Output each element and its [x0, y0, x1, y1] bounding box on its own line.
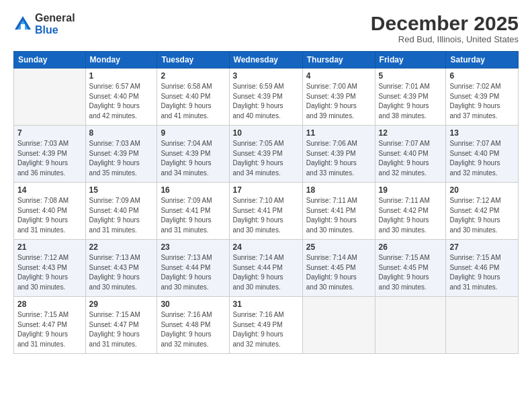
calendar-cell: 26Sunrise: 7:15 AMSunset: 4:45 PMDayligh…	[375, 240, 446, 297]
day-info-line: Sunset: 4:39 PM	[233, 150, 283, 157]
weekday-header-thursday: Thursday	[302, 52, 375, 68]
day-info-line: Sunrise: 7:13 AM	[89, 254, 140, 261]
day-number: 27	[449, 242, 515, 252]
week-row-1: 1Sunrise: 6:57 AMSunset: 4:40 PMDaylight…	[14, 68, 519, 126]
day-info-line: Sunset: 4:41 PM	[306, 207, 356, 214]
day-info-line: Sunrise: 7:12 AM	[17, 254, 69, 261]
day-info-line: Daylight: 9 hours	[306, 102, 357, 109]
day-info-line: Daylight: 9 hours	[161, 273, 211, 281]
day-info-line: and 30 minutes.	[449, 226, 497, 234]
day-info-line: and 42 minutes.	[89, 112, 137, 120]
day-number: 25	[306, 242, 371, 252]
day-info: Sunrise: 7:07 AMSunset: 4:40 PMDaylight:…	[449, 139, 515, 178]
day-info-line: Sunrise: 7:01 AM	[379, 83, 430, 90]
day-info-line: Daylight: 9 hours	[379, 102, 429, 109]
day-number: 4	[306, 71, 371, 81]
header: General Blue December 2025 Red Bud, Illi…	[13, 12, 519, 44]
day-info-line: Daylight: 9 hours	[89, 330, 140, 338]
day-info-line: Daylight: 9 hours	[161, 330, 211, 338]
day-info-line: and 32 minutes.	[161, 340, 208, 348]
day-info-line: Sunrise: 7:11 AM	[379, 197, 430, 204]
day-number: 23	[161, 242, 225, 252]
day-info-line: Daylight: 9 hours	[89, 159, 140, 167]
day-info-line: Sunset: 4:39 PM	[379, 93, 429, 100]
day-info-line: Sunrise: 7:05 AM	[233, 140, 284, 147]
day-number: 28	[17, 300, 82, 309]
day-info-line: and 32 minutes.	[379, 169, 427, 177]
day-info-line: and 30 minutes.	[306, 226, 354, 234]
day-info-line: Daylight: 9 hours	[449, 159, 500, 167]
calendar-cell: 30Sunrise: 7:16 AMSunset: 4:48 PMDayligh…	[157, 297, 229, 354]
calendar-cell: 9Sunrise: 7:04 AMSunset: 4:39 PMDaylight…	[157, 126, 229, 183]
day-info-line: Daylight: 9 hours	[161, 102, 211, 109]
day-info-line: Sunrise: 7:15 AM	[379, 254, 430, 261]
day-info: Sunrise: 7:15 AMSunset: 4:46 PMDaylight:…	[449, 253, 515, 292]
day-info-line: and 33 minutes.	[306, 169, 354, 177]
day-info-line: and 30 minutes.	[379, 283, 427, 291]
day-info-line: Daylight: 9 hours	[306, 216, 357, 224]
day-info: Sunrise: 7:16 AMSunset: 4:48 PMDaylight:…	[161, 310, 225, 349]
day-info-line: and 34 minutes.	[233, 169, 281, 177]
day-number: 30	[161, 300, 225, 309]
day-info-line: Daylight: 9 hours	[17, 273, 68, 281]
day-info-line: Sunrise: 7:13 AM	[161, 254, 212, 261]
day-info-line: and 32 minutes.	[449, 169, 497, 177]
day-info-line: Sunset: 4:39 PM	[306, 93, 356, 100]
day-info-line: Daylight: 9 hours	[161, 216, 211, 224]
day-info-line: Sunset: 4:47 PM	[89, 321, 139, 328]
day-info-line: Sunrise: 7:16 AM	[161, 311, 212, 318]
day-info-line: Daylight: 9 hours	[449, 216, 500, 224]
location: Red Bud, Illinois, United States	[371, 34, 519, 44]
day-info-line: and 37 minutes.	[449, 112, 497, 120]
day-info: Sunrise: 7:05 AMSunset: 4:39 PMDaylight:…	[233, 139, 299, 178]
day-info-line: and 41 minutes.	[161, 112, 208, 120]
day-info-line: and 39 minutes.	[306, 112, 354, 120]
day-info-line: and 30 minutes.	[233, 283, 281, 291]
calendar-cell: 12Sunrise: 7:07 AMSunset: 4:40 PMDayligh…	[375, 126, 446, 183]
day-info-line: Daylight: 9 hours	[89, 102, 140, 109]
calendar-cell: 14Sunrise: 7:08 AMSunset: 4:40 PMDayligh…	[14, 183, 86, 240]
day-info: Sunrise: 6:57 AMSunset: 4:40 PMDaylight:…	[89, 82, 154, 121]
calendar-cell: 2Sunrise: 6:58 AMSunset: 4:40 PMDaylight…	[157, 68, 229, 126]
day-info-line: Daylight: 9 hours	[379, 216, 429, 224]
title-block: December 2025 Red Bud, Illinois, United …	[371, 12, 519, 44]
day-info-line: Sunset: 4:46 PM	[449, 264, 499, 271]
day-info-line: Sunset: 4:39 PM	[17, 150, 67, 157]
day-info: Sunrise: 7:08 AMSunset: 4:40 PMDaylight:…	[17, 196, 82, 235]
day-info-line: Daylight: 9 hours	[233, 330, 283, 338]
day-info-line: Daylight: 9 hours	[379, 273, 429, 281]
day-number: 18	[306, 185, 371, 195]
calendar-cell: 21Sunrise: 7:12 AMSunset: 4:43 PMDayligh…	[14, 240, 86, 297]
day-info: Sunrise: 7:11 AMSunset: 4:42 PMDaylight:…	[379, 196, 443, 235]
day-number: 24	[233, 242, 299, 252]
week-row-5: 28Sunrise: 7:15 AMSunset: 4:47 PMDayligh…	[14, 297, 519, 354]
day-info: Sunrise: 7:15 AMSunset: 4:47 PMDaylight:…	[17, 310, 82, 349]
day-info-line: Sunset: 4:44 PM	[161, 264, 210, 271]
day-info-line: Sunrise: 7:09 AM	[89, 197, 140, 204]
day-info-line: Daylight: 9 hours	[306, 273, 357, 281]
day-number: 21	[17, 242, 82, 252]
day-info-line: Daylight: 9 hours	[161, 159, 211, 167]
day-info-line: and 30 minutes.	[89, 283, 137, 291]
day-number: 5	[379, 71, 443, 81]
day-info-line: Daylight: 9 hours	[306, 159, 357, 167]
page: General Blue December 2025 Red Bud, Illi…	[0, 0, 532, 411]
day-info-line: and 31 minutes.	[89, 226, 137, 234]
day-info-line: Sunrise: 7:14 AM	[306, 254, 357, 261]
day-number: 20	[449, 185, 515, 195]
day-info-line: Sunrise: 7:03 AM	[89, 140, 140, 147]
calendar-cell	[302, 297, 375, 354]
day-info: Sunrise: 6:58 AMSunset: 4:40 PMDaylight:…	[161, 82, 225, 121]
day-info: Sunrise: 7:10 AMSunset: 4:41 PMDaylight:…	[233, 196, 299, 235]
calendar-cell: 1Sunrise: 6:57 AMSunset: 4:40 PMDaylight…	[85, 68, 157, 126]
day-info-line: Sunrise: 7:06 AM	[306, 140, 357, 147]
day-info-line: Daylight: 9 hours	[233, 273, 283, 281]
day-info-line: Sunrise: 7:07 AM	[379, 140, 430, 147]
day-info: Sunrise: 7:03 AMSunset: 4:39 PMDaylight:…	[17, 139, 82, 178]
calendar-cell: 22Sunrise: 7:13 AMSunset: 4:43 PMDayligh…	[85, 240, 157, 297]
day-info-line: Sunrise: 7:00 AM	[306, 83, 357, 90]
day-info: Sunrise: 7:06 AMSunset: 4:39 PMDaylight:…	[306, 139, 371, 178]
day-number: 17	[233, 185, 299, 195]
calendar-cell: 19Sunrise: 7:11 AMSunset: 4:42 PMDayligh…	[375, 183, 446, 240]
day-info-line: Sunrise: 6:58 AM	[161, 83, 212, 90]
